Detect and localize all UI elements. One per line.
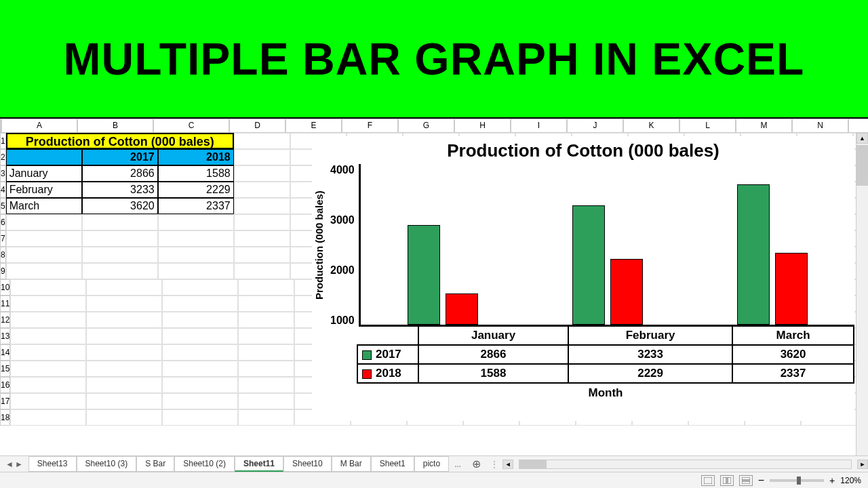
row-header[interactable]: 14: [0, 344, 10, 361]
zoom-slider-thumb[interactable]: [797, 476, 801, 485]
add-sheet-button[interactable]: ⊕: [467, 458, 486, 470]
horizontal-scrollbar[interactable]: [519, 460, 852, 469]
cell[interactable]: [158, 214, 234, 230]
sheet-tab[interactable]: Sheet10: [283, 456, 332, 472]
bar-2017[interactable]: [737, 184, 770, 325]
hscroll-thumb[interactable]: [519, 460, 547, 468]
bar-2018[interactable]: [610, 259, 643, 325]
row-header[interactable]: 16: [0, 377, 10, 393]
cell[interactable]: 2229: [158, 182, 234, 198]
tabs-more[interactable]: ...: [449, 458, 467, 471]
col-header[interactable]: E: [285, 119, 342, 133]
row-header[interactable]: 18: [0, 409, 10, 426]
zoom-slider[interactable]: [770, 479, 824, 482]
cell[interactable]: February: [6, 182, 82, 198]
sheet-tab[interactable]: Sheet11: [235, 456, 283, 472]
cell[interactable]: [238, 328, 294, 344]
cell[interactable]: [86, 279, 162, 296]
row-header[interactable]: 1: [0, 133, 6, 149]
cell[interactable]: [234, 165, 290, 182]
sheet-tab[interactable]: Sheet10 (3): [77, 456, 137, 472]
cell[interactable]: [162, 393, 238, 409]
row-header[interactable]: 13: [0, 328, 10, 344]
cell[interactable]: [86, 409, 162, 426]
cell[interactable]: [6, 149, 82, 165]
col-header[interactable]: I: [511, 119, 567, 133]
zoom-out-button[interactable]: −: [758, 474, 764, 487]
row-header[interactable]: 2: [0, 149, 6, 165]
cell[interactable]: 2017: [82, 149, 158, 165]
cell[interactable]: [238, 279, 294, 296]
cell[interactable]: [86, 361, 162, 377]
col-header[interactable]: F: [342, 119, 398, 133]
cell[interactable]: [6, 247, 82, 263]
row-header[interactable]: 11: [0, 296, 10, 312]
cell[interactable]: [234, 230, 290, 247]
tab-nav-first-icon[interactable]: ◄: [5, 460, 14, 469]
sheet-tab[interactable]: Sheet13: [28, 456, 77, 472]
cell[interactable]: [86, 344, 162, 361]
sheet-tab[interactable]: S Bar: [136, 456, 174, 472]
cell[interactable]: [82, 230, 158, 247]
hscroll-right-button[interactable]: ►: [857, 460, 868, 469]
zoom-in-button[interactable]: +: [829, 475, 835, 486]
col-header[interactable]: L: [679, 119, 736, 133]
col-header[interactable]: A: [1, 119, 77, 133]
page-layout-view-icon[interactable]: [720, 475, 734, 486]
row-header[interactable]: 8: [0, 247, 6, 263]
cell[interactable]: 3233: [82, 182, 158, 198]
cell[interactable]: [86, 312, 162, 328]
sheet-tab[interactable]: M Bar: [332, 456, 371, 472]
cell[interactable]: [234, 214, 290, 230]
cell[interactable]: [234, 182, 290, 198]
cell[interactable]: [10, 393, 86, 409]
cell[interactable]: [82, 263, 158, 279]
cell[interactable]: [162, 312, 238, 328]
row-header[interactable]: 10: [0, 279, 10, 296]
cell[interactable]: [86, 328, 162, 344]
cell[interactable]: [10, 361, 86, 377]
row-header[interactable]: 17: [0, 393, 10, 409]
cell[interactable]: [6, 263, 82, 279]
cell[interactable]: [162, 361, 238, 377]
row-header[interactable]: 5: [0, 198, 6, 214]
cell[interactable]: [10, 328, 86, 344]
zoom-level[interactable]: 120%: [840, 476, 861, 485]
cell[interactable]: [238, 361, 294, 377]
normal-view-icon[interactable]: [701, 475, 715, 486]
bar-2017[interactable]: [408, 225, 440, 325]
cell[interactable]: Production of Cotton (000 bales): [6, 133, 234, 149]
cell[interactable]: [162, 409, 238, 426]
cell[interactable]: [162, 328, 238, 344]
cell[interactable]: [234, 133, 290, 149]
cell[interactable]: [238, 312, 294, 328]
cell[interactable]: [86, 296, 162, 312]
cell[interactable]: [162, 279, 238, 296]
cell[interactable]: 2018: [158, 149, 234, 165]
cell[interactable]: [158, 230, 234, 247]
bar-2017[interactable]: [572, 205, 605, 325]
tab-nav-prev-icon[interactable]: ►: [15, 460, 23, 469]
cell[interactable]: 2337: [158, 198, 234, 214]
row-header[interactable]: 15: [0, 361, 10, 377]
bar-2018[interactable]: [446, 293, 478, 325]
cell[interactable]: January: [6, 165, 82, 182]
col-header[interactable]: D: [229, 119, 285, 133]
cell[interactable]: [238, 296, 294, 312]
vertical-scrollbar[interactable]: ▲: [856, 133, 868, 456]
cell[interactable]: [86, 377, 162, 393]
cell[interactable]: [82, 247, 158, 263]
row-header[interactable]: 9: [0, 263, 6, 279]
cell[interactable]: [6, 230, 82, 247]
col-header[interactable]: M: [736, 119, 792, 133]
col-header[interactable]: K: [623, 119, 679, 133]
row-header[interactable]: 3: [0, 165, 6, 182]
cell[interactable]: [6, 214, 82, 230]
col-header[interactable]: G: [398, 119, 454, 133]
sheet-tab[interactable]: Sheet1: [371, 456, 414, 472]
cell[interactable]: [158, 247, 234, 263]
row-header[interactable]: 12: [0, 312, 10, 328]
cell[interactable]: [86, 393, 162, 409]
chart-container[interactable]: Production of Cotton (000 bales) Product…: [312, 136, 854, 421]
col-header[interactable]: O: [848, 119, 868, 133]
